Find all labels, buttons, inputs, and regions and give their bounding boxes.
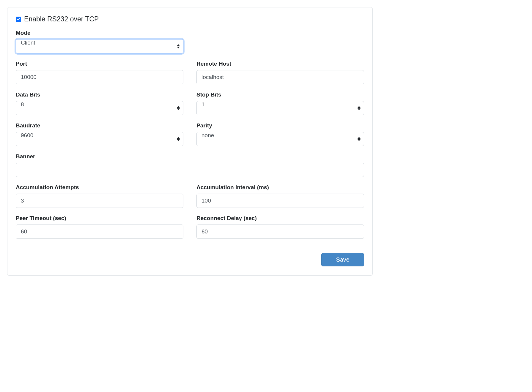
- field-data-bits: Data Bits 8: [16, 91, 183, 115]
- field-banner: Banner: [16, 153, 364, 177]
- port-input[interactable]: [16, 70, 183, 84]
- baudrate-select[interactable]: 9600: [16, 132, 183, 146]
- mode-select[interactable]: Client: [16, 39, 183, 53]
- parity-select[interactable]: none: [196, 132, 364, 146]
- data-bits-select[interactable]: 8: [16, 101, 183, 115]
- label-stop-bits: Stop Bits: [196, 91, 364, 98]
- label-accum-attempts: Accumulation Attempts: [16, 184, 183, 191]
- save-button[interactable]: Save: [321, 253, 364, 266]
- field-reconnect-delay: Reconnect Delay (sec): [196, 215, 364, 239]
- field-mode: Mode Client: [16, 30, 183, 53]
- label-port: Port: [16, 61, 183, 67]
- label-mode: Mode: [16, 30, 183, 36]
- label-reconnect-delay: Reconnect Delay (sec): [196, 215, 364, 222]
- field-port: Port: [16, 61, 183, 84]
- label-peer-timeout: Peer Timeout (sec): [16, 215, 183, 222]
- field-baudrate: Baudrate 9600: [16, 122, 183, 146]
- field-accum-attempts: Accumulation Attempts: [16, 184, 183, 208]
- enable-checkbox[interactable]: [16, 17, 21, 22]
- spacer: [196, 30, 364, 53]
- banner-input[interactable]: [16, 163, 364, 177]
- check-icon: [17, 18, 20, 21]
- accum-interval-input[interactable]: [196, 194, 364, 208]
- label-remote-host: Remote Host: [196, 61, 364, 67]
- button-row: Save: [16, 253, 364, 266]
- enable-label: Enable RS232 over TCP: [24, 15, 99, 23]
- accum-attempts-input[interactable]: [16, 194, 183, 208]
- field-parity: Parity none: [196, 122, 364, 146]
- field-remote-host: Remote Host: [196, 61, 364, 84]
- stop-bits-select[interactable]: 1: [196, 101, 364, 115]
- label-parity: Parity: [196, 122, 364, 129]
- field-stop-bits: Stop Bits 1: [196, 91, 364, 115]
- settings-panel: Enable RS232 over TCP Mode Client Port R…: [7, 7, 373, 276]
- field-accum-interval: Accumulation Interval (ms): [196, 184, 364, 208]
- label-baudrate: Baudrate: [16, 122, 183, 129]
- enable-row: Enable RS232 over TCP: [16, 15, 364, 23]
- reconnect-delay-input[interactable]: [196, 225, 364, 239]
- peer-timeout-input[interactable]: [16, 225, 183, 239]
- label-data-bits: Data Bits: [16, 91, 183, 98]
- label-banner: Banner: [16, 153, 364, 160]
- form-grid: Mode Client Port Remote Host Data Bits 8: [16, 30, 364, 239]
- label-accum-interval: Accumulation Interval (ms): [196, 184, 364, 191]
- remote-host-input[interactable]: [196, 70, 364, 84]
- field-peer-timeout: Peer Timeout (sec): [16, 215, 183, 239]
